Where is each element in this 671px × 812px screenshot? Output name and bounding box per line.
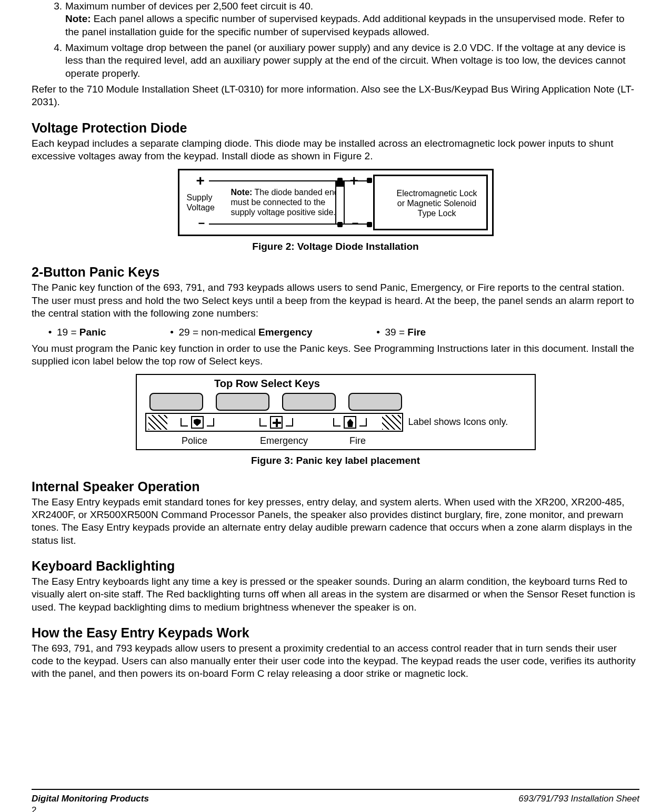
fig3-hatch-left-icon [148, 415, 167, 430]
ordered-item-3-number: 3. [47, 0, 65, 38]
fig2-wire-top [209, 180, 369, 181]
body-backlighting: The Easy Entry keyboards light any time … [32, 575, 639, 614]
heading-internal-speaker: Internal Speaker Operation [32, 478, 639, 495]
heading-backlighting: Keyboard Backlighting [32, 557, 639, 574]
fig2-wire-bottom [209, 224, 369, 225]
body-panic-keys: The Panic key function of the 693, 791, … [32, 281, 639, 320]
refer-paragraph: Refer to the 710 Module Installation She… [32, 83, 639, 109]
fig2-node-bot-left [337, 222, 343, 227]
ordered-item-4-body: Maximum voltage drop between the panel (… [65, 42, 639, 80]
figure-2: + − + − Supply Voltage Note: The diode b… [178, 169, 494, 236]
fig2-supply-label: Supply Voltage [187, 192, 215, 212]
footer-doc-name: 693/791/793 Installation Sheet [518, 793, 639, 805]
figure-3: Top Row Select Keys [136, 374, 536, 450]
bracket-left-icon [333, 418, 340, 427]
ordered-item-4: 4. Maximum voltage drop between the pane… [32, 42, 639, 80]
fig3-label-fire: Fire [326, 435, 389, 447]
fig3-slot-emergency [253, 415, 300, 430]
heading-voltage-protection-diode: Voltage Protection Diode [32, 119, 639, 136]
fig2-lock-box: Electromagnetic Lock or Magnetic Solenoi… [373, 175, 488, 230]
police-shield-icon [191, 416, 204, 429]
bracket-right-icon [359, 418, 367, 427]
fig3-title: Top Row Select Keys [137, 377, 398, 391]
fig3-select-key-1 [149, 393, 203, 411]
panic-zone-item-2: • 29 = non-medical Emergency [169, 326, 313, 339]
bracket-left-icon [181, 418, 188, 427]
fig2-node-bot-right [367, 222, 372, 227]
fig3-select-key-2 [216, 393, 269, 411]
body-internal-speaker: The Easy Entry keypads emit standard ton… [32, 496, 639, 547]
footer-page-number: 2 [32, 805, 36, 812]
fig2-lock-line3: Type Lock [418, 209, 456, 218]
bullet-icon: • [376, 326, 381, 339]
fig2-node-top-left [337, 178, 343, 183]
figure-3-caption: Figure 3: Panic key label placement [32, 454, 639, 467]
fig2-node-top-right [367, 178, 372, 183]
body-voltage-protection-diode: Each keypad includes a separate clamping… [32, 137, 639, 163]
ordered-item-4-number: 4. [47, 42, 65, 80]
panic-zone-1-pre: 19 = [57, 327, 79, 338]
fig2-note-label: Note: [231, 188, 253, 197]
panic-zone-item-1: • 19 = Panic [47, 326, 106, 339]
panic-zone-1-strong: Panic [79, 327, 106, 338]
ordered-item-3: 3. Maximum number of devices per 2,500 f… [32, 0, 639, 38]
fig3-right-label: Label shows Icons only. [408, 416, 508, 428]
fig2-minus-left: − [198, 218, 205, 229]
footer-company: Digital Monitoring Products [32, 793, 149, 805]
fig3-select-key-3 [282, 393, 336, 411]
fig2-diode-icon [335, 180, 345, 225]
bullet-icon: • [47, 326, 53, 339]
fig2-plus-left: + [196, 174, 205, 188]
panic-zone-item-3: • 39 = Fire [376, 326, 426, 339]
panic-zone-3-strong: Fire [407, 327, 426, 338]
panic-zone-2-strong: Emergency [258, 327, 312, 338]
fig3-select-key-4 [348, 393, 402, 411]
ordered-item-3-line1: Maximum number of devices per 2,500 feet… [65, 1, 313, 12]
fig2-lock-line2: or Magnetic Solenoid [397, 199, 476, 208]
figure-2-caption: Figure 2: Voltage Diode Installation [32, 240, 639, 253]
fig3-label-police: Police [147, 435, 242, 447]
ordered-item-3-note-body: Each panel allows a specific number of s… [65, 13, 625, 37]
ordered-item-3-note-label: Note: [65, 13, 91, 24]
fig3-hatch-right-icon [382, 415, 401, 430]
fig2-lock-text: Electromagnetic Lock or Magnetic Solenoi… [394, 189, 480, 219]
fig2-note: Note: The diode banded end must be conne… [231, 188, 342, 218]
fire-flame-icon [344, 416, 356, 429]
panic-zone-2-pre: 29 = non-medical [179, 327, 259, 338]
fig3-slot-police [174, 415, 221, 430]
bracket-right-icon [207, 418, 214, 427]
panic-after-paragraph: You must program the Panic key function … [32, 342, 639, 368]
fig2-lock-line1: Electromagnetic Lock [397, 189, 477, 198]
panic-zone-list: • 19 = Panic • 29 = non-medical Emergenc… [47, 326, 639, 339]
panic-zone-3-pre: 39 = [385, 327, 408, 338]
ordered-item-3-body: Maximum number of devices per 2,500 feet… [65, 0, 639, 38]
fig2-supply-line1: Supply [187, 193, 213, 202]
heading-panic-keys: 2-Button Panic Keys [32, 263, 639, 280]
fig3-icon-labels: Police Emergency Fire [147, 435, 405, 447]
fig2-supply-line2: Voltage [187, 203, 215, 212]
emergency-cross-icon [270, 416, 283, 429]
fig3-keys-row [149, 393, 402, 411]
body-how-keypads-work: The 693, 791, and 793 keypads allow user… [32, 642, 639, 681]
page-footer: Digital Monitoring Products 693/791/793 … [32, 789, 639, 805]
bullet-icon: • [169, 326, 175, 339]
heading-how-keypads-work: How the Easy Entry Keypads Work [32, 624, 639, 641]
bracket-right-icon [286, 418, 293, 427]
fig3-slot-fire [326, 415, 374, 430]
fig3-label-emergency: Emergency [242, 435, 326, 447]
bracket-left-icon [259, 418, 267, 427]
